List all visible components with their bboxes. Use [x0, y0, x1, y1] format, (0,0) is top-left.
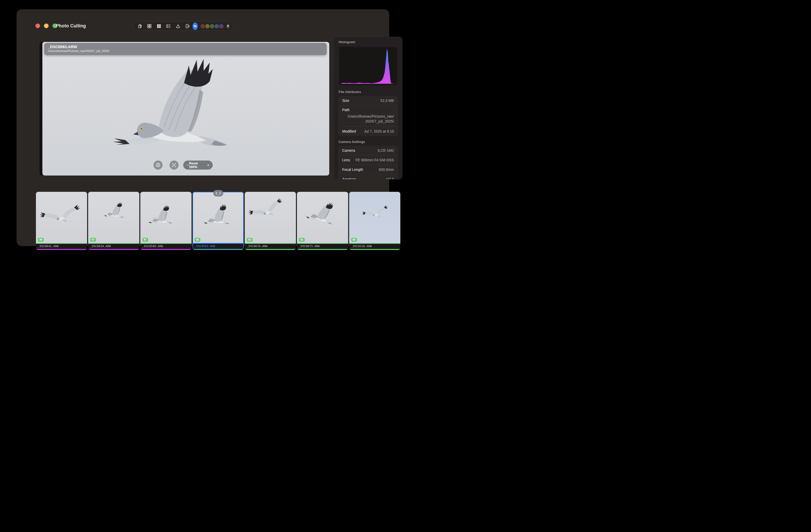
- export-button[interactable]: [185, 24, 190, 29]
- main-photo-bird: [112, 53, 230, 153]
- lens-row: Lens FE 600mm F4 GM OSS: [338, 155, 398, 165]
- score-badge: 92: [247, 238, 253, 242]
- thumbnail-dsc8670[interactable]: 92 _DSC8670.ARW: [245, 192, 296, 250]
- path-label: Path: [342, 108, 350, 112]
- grid-outline-icon: [147, 24, 152, 29]
- chevron-right-icon[interactable]: [219, 192, 221, 195]
- grid-view-button[interactable]: [147, 24, 152, 29]
- focal-length-label: Focal Length: [342, 168, 363, 172]
- score-badge: 91: [299, 238, 305, 242]
- thumbnail-nav: [213, 190, 223, 196]
- window-controls: [35, 24, 57, 28]
- thumbnail-filename: _DSC8583.ARW: [193, 244, 244, 249]
- camera-row: Camera ILCE-1M2: [338, 146, 398, 155]
- lens-label: Lens: [342, 158, 350, 162]
- camera-settings-title: Camera Settings: [339, 140, 397, 144]
- toolbar: P: [133, 21, 233, 31]
- color-filter-green[interactable]: [210, 24, 214, 28]
- thumbnail-image: 85: [349, 192, 400, 243]
- path-row: Path /Users/thomas/Pictures_raw/ 2025/7_…: [338, 105, 398, 126]
- thumbnail-filename: _DSC8634.ARW: [88, 244, 139, 249]
- thumbnail-filename: _DSC8318.ARW: [349, 244, 400, 249]
- size-value: 52,3 MB: [380, 98, 394, 103]
- camera-value: ILCE-1M2: [378, 148, 394, 153]
- modified-value: Jul 7, 2025 at 8:10: [364, 129, 394, 133]
- thumbnail-image: 97: [88, 192, 139, 243]
- row-height-button[interactable]: [166, 24, 171, 29]
- camera-settings-card: Camera ILCE-1M2 Lens FE 600mm F4 GM OSS …: [338, 146, 398, 179]
- focal-length-row: Focal Length 600.0mm: [338, 165, 398, 174]
- zoom-level-control: − Reset 160% +: [183, 161, 213, 170]
- score-badge: 85: [351, 238, 357, 242]
- minimize-window-button[interactable]: [44, 24, 49, 28]
- photo-viewer[interactable]: _DSC8583.ARW /Users/thomas/Pictures_raw/…: [42, 42, 329, 176]
- color-filter-red[interactable]: [201, 24, 205, 28]
- info-panel: Histogram File Attributes: [334, 37, 402, 179]
- center-focus-icon: [171, 162, 177, 168]
- zoom-in-button[interactable]: +: [207, 163, 209, 167]
- zoom-reset-button[interactable]: Reset 160%: [189, 162, 207, 169]
- bird-silhouette: [104, 200, 125, 219]
- flag-bar: [36, 249, 87, 250]
- aperture-label: Aperture: [342, 177, 356, 179]
- thumbnail-dsc8673[interactable]: 91 _DSC8673.ARW: [297, 192, 348, 250]
- color-filter-yellow[interactable]: [205, 24, 210, 28]
- app-window: Photo Culling: [17, 9, 389, 246]
- thumbnail-filename: _DSC8641.ARW: [36, 244, 87, 249]
- viewer-filepath: /Users/thomas/Pictures_raw/2025/7_juli_2…: [48, 49, 323, 52]
- viewer-controls: − Reset 160% +: [42, 161, 329, 170]
- fit-view-button[interactable]: [154, 161, 163, 170]
- chevron-left-icon[interactable]: [216, 192, 217, 195]
- histogram-title: Histogram: [339, 40, 397, 44]
- thumbnail-dsc8589[interactable]: 97 _DSC8589.ARW: [140, 192, 192, 250]
- thumbnail-dsc8583-selected[interactable]: 95 _DSC8583.ARW: [193, 192, 244, 250]
- thumbnail-dsc8641[interactable]: 99 _DSC8641.ARW: [36, 192, 87, 250]
- bird-silhouette: [38, 201, 84, 235]
- flag-bar: [349, 249, 400, 250]
- thumbnail-filename: _DSC8589.ARW: [140, 244, 192, 249]
- thumbnail-dsc8318[interactable]: 85 _DSC8318.ARW: [349, 192, 400, 250]
- thumbnail-dsc8634[interactable]: 97 _DSC8634.ARW: [88, 192, 139, 250]
- bird-silhouette: [203, 203, 230, 225]
- copy-button[interactable]: [137, 24, 142, 29]
- close-window-button[interactable]: [35, 24, 40, 28]
- bird-silhouette: [247, 195, 288, 230]
- filename-overlay: _DSC8583.ARW /Users/thomas/Pictures_raw/…: [44, 43, 327, 55]
- flag-bar: [297, 249, 348, 250]
- path-value: /Users/thomas/Pictures_raw/ 2025/7_juli_…: [342, 114, 394, 124]
- thumbnail-image: 99: [36, 192, 87, 243]
- sort-arrows-icon: [193, 24, 197, 28]
- score-badge: 97: [90, 238, 96, 242]
- score-badge: 97: [142, 238, 148, 242]
- grid-filled-icon: [156, 24, 162, 29]
- thumbnail-image: 92: [245, 192, 296, 243]
- import-button[interactable]: [175, 24, 181, 29]
- profile-button[interactable]: P: [226, 24, 230, 29]
- camera-label: Camera: [342, 148, 355, 153]
- zoom-out-button[interactable]: −: [187, 163, 189, 167]
- score-badge: 95: [195, 238, 200, 242]
- export-icon: [185, 24, 190, 29]
- lens-value: FE 600mm F4 GM OSS: [355, 158, 394, 162]
- histogram-frame: [338, 46, 398, 86]
- modified-row: Modified Jul 7, 2025 at 8:10: [338, 127, 398, 136]
- center-focus-button[interactable]: [170, 161, 179, 170]
- color-filter-blue[interactable]: [215, 24, 219, 28]
- bird-silhouette: [361, 203, 391, 226]
- aperture-value: ƒ/4.0: [386, 177, 394, 179]
- crop-circle-icon: [155, 162, 161, 168]
- sort-direction-toggle[interactable]: [193, 22, 198, 30]
- thumbnail-image: 95: [193, 192, 244, 243]
- flag-bar: [140, 249, 192, 250]
- focal-length-value: 600.0mm: [379, 168, 394, 172]
- bird-silhouette: [148, 204, 173, 224]
- color-filter-purple[interactable]: [219, 24, 224, 28]
- thumbnail-image: 97: [140, 192, 192, 243]
- size-label: Size: [342, 98, 349, 103]
- bird-silhouette: [305, 196, 338, 226]
- viewer-filename: _DSC8583.ARW: [48, 44, 323, 49]
- flag-bar: [245, 249, 296, 250]
- thumbnail-image: 91: [297, 192, 348, 243]
- grid-view-filled-button[interactable]: [156, 24, 162, 29]
- download-icon: [175, 24, 181, 29]
